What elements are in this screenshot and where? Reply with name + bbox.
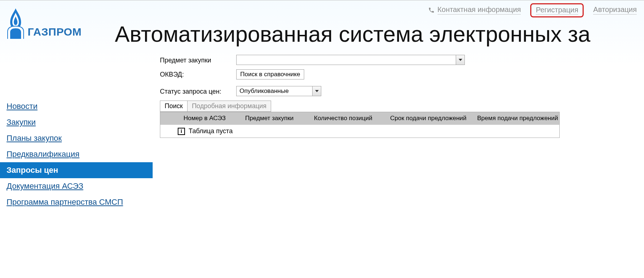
nav-price-requests[interactable]: Запросы цен <box>0 162 153 178</box>
col-time: Время подачи предложений <box>472 115 559 122</box>
col-num: Номер в АСЭЗ <box>178 115 240 122</box>
tab-details[interactable]: Подробная информация <box>188 101 271 112</box>
label-okved: ОКВЭД: <box>160 71 236 78</box>
subject-input[interactable] <box>236 55 456 65</box>
nav-prequal[interactable]: Предквалификация <box>0 146 153 162</box>
table-empty-text: Таблица пуста <box>189 127 233 135</box>
subject-dropdown-button[interactable] <box>456 55 465 65</box>
col-count: Количество позиций <box>309 115 385 122</box>
table-empty-row: i Таблица пуста <box>160 124 559 138</box>
sidebar-nav: Новости Закупки Планы закупок Предквалиф… <box>0 98 153 210</box>
okved-lookup-button[interactable]: Поиск в справочнике <box>236 69 304 79</box>
row-subject: Предмет закупки <box>160 55 632 66</box>
nav-procurement[interactable]: Закупки <box>0 114 153 130</box>
phone-icon <box>428 7 435 13</box>
col-deadline: Срок подачи предложений <box>385 115 472 122</box>
row-okved: ОКВЭД: Поиск в справочнике <box>160 69 632 79</box>
logo-text: ГАЗПРОМ <box>28 26 82 39</box>
subject-combo <box>236 55 465 66</box>
tabs: Поиск Подробная информация <box>160 101 632 112</box>
col-subject: Предмет закупки <box>240 115 309 122</box>
status-input[interactable] <box>236 86 313 96</box>
status-combo <box>236 86 321 97</box>
info-icon: i <box>178 128 185 135</box>
results-table: Номер в АСЭЗ Предмет закупки Количество … <box>160 112 560 138</box>
nav-docs[interactable]: Документация АСЭЗ <box>0 178 153 194</box>
logo: ГАЗПРОМ <box>5 8 82 39</box>
flame-icon <box>5 8 26 39</box>
table-header: Номер в АСЭЗ Предмет закупки Количество … <box>160 112 559 124</box>
login-link[interactable]: Авторизация <box>593 5 637 15</box>
label-subject: Предмет закупки <box>160 57 236 64</box>
contact-link-wrap[interactable]: Контактная информация <box>428 5 521 15</box>
tab-search[interactable]: Поиск <box>160 101 188 112</box>
nav-plans[interactable]: Планы закупок <box>0 130 153 146</box>
page-title: Автоматизированная система электронных з… <box>115 21 590 47</box>
status-dropdown-button[interactable] <box>313 86 321 96</box>
main-panel: Предмет закупки ОКВЭД: Поиск в справочни… <box>160 55 632 138</box>
label-status: Статус запроса цен: <box>160 88 236 95</box>
nav-partnership[interactable]: Программа партнерства СМСП <box>0 194 153 210</box>
contact-link[interactable]: Контактная информация <box>438 5 521 15</box>
row-status: Статус запроса цен: <box>160 86 632 97</box>
top-link-bar: Контактная информация Регистрация Автори… <box>428 5 637 15</box>
nav-news[interactable]: Новости <box>0 98 153 114</box>
register-highlight: Регистрация <box>530 3 584 17</box>
register-link[interactable]: Регистрация <box>536 6 578 15</box>
